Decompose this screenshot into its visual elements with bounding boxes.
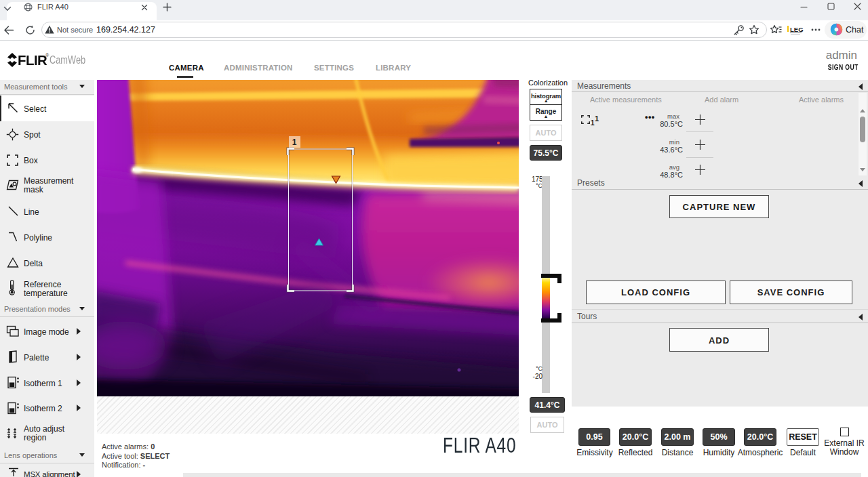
svg-text:1: 1: [292, 138, 297, 147]
